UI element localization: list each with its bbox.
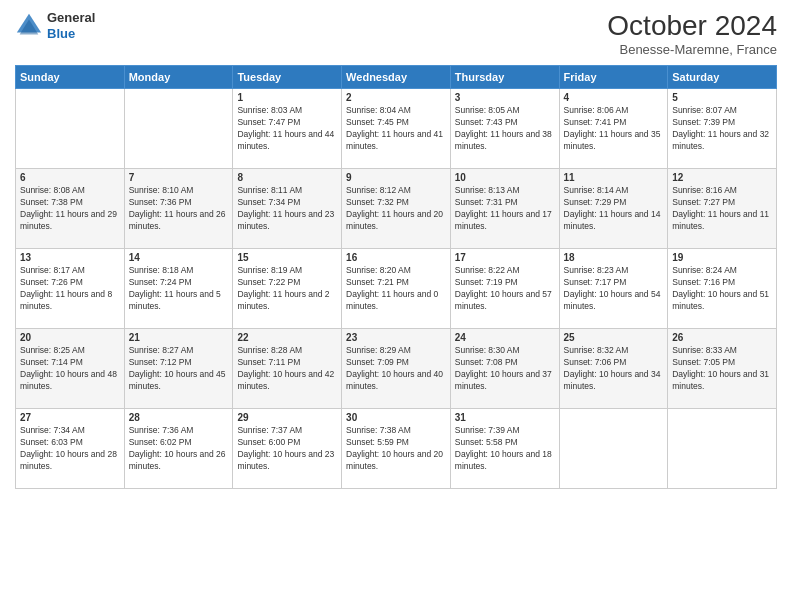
day-number: 3 [455, 92, 555, 103]
calendar-cell: 6Sunrise: 8:08 AMSunset: 7:38 PMDaylight… [16, 169, 125, 249]
day-number: 19 [672, 252, 772, 263]
day-info: Sunrise: 8:10 AMSunset: 7:36 PMDaylight:… [129, 185, 229, 233]
day-number: 10 [455, 172, 555, 183]
title-block: October 2024 Benesse-Maremne, France [607, 10, 777, 57]
calendar-cell: 17Sunrise: 8:22 AMSunset: 7:19 PMDayligh… [450, 249, 559, 329]
logo-text: General Blue [47, 10, 95, 41]
calendar-cell: 10Sunrise: 8:13 AMSunset: 7:31 PMDayligh… [450, 169, 559, 249]
day-info: Sunrise: 8:32 AMSunset: 7:06 PMDaylight:… [564, 345, 664, 393]
calendar-cell: 8Sunrise: 8:11 AMSunset: 7:34 PMDaylight… [233, 169, 342, 249]
calendar-cell: 15Sunrise: 8:19 AMSunset: 7:22 PMDayligh… [233, 249, 342, 329]
day-number: 28 [129, 412, 229, 423]
day-number: 22 [237, 332, 337, 343]
calendar-week-4: 20Sunrise: 8:25 AMSunset: 7:14 PMDayligh… [16, 329, 777, 409]
calendar-cell: 23Sunrise: 8:29 AMSunset: 7:09 PMDayligh… [342, 329, 451, 409]
day-info: Sunrise: 8:07 AMSunset: 7:39 PMDaylight:… [672, 105, 772, 153]
day-number: 17 [455, 252, 555, 263]
calendar-cell: 28Sunrise: 7:36 AMSunset: 6:02 PMDayligh… [124, 409, 233, 489]
day-number: 7 [129, 172, 229, 183]
day-info: Sunrise: 7:38 AMSunset: 5:59 PMDaylight:… [346, 425, 446, 473]
calendar-cell [124, 89, 233, 169]
calendar-page: General Blue October 2024 Benesse-Maremn… [0, 0, 792, 612]
logo: General Blue [15, 10, 95, 41]
day-number: 2 [346, 92, 446, 103]
calendar-cell: 30Sunrise: 7:38 AMSunset: 5:59 PMDayligh… [342, 409, 451, 489]
location-subtitle: Benesse-Maremne, France [607, 42, 777, 57]
day-info: Sunrise: 7:37 AMSunset: 6:00 PMDaylight:… [237, 425, 337, 473]
day-number: 1 [237, 92, 337, 103]
day-info: Sunrise: 8:22 AMSunset: 7:19 PMDaylight:… [455, 265, 555, 313]
day-number: 12 [672, 172, 772, 183]
col-friday: Friday [559, 66, 668, 89]
day-info: Sunrise: 8:24 AMSunset: 7:16 PMDaylight:… [672, 265, 772, 313]
logo-general: General [47, 10, 95, 26]
calendar-cell: 2Sunrise: 8:04 AMSunset: 7:45 PMDaylight… [342, 89, 451, 169]
calendar-cell: 25Sunrise: 8:32 AMSunset: 7:06 PMDayligh… [559, 329, 668, 409]
calendar-cell [16, 89, 125, 169]
day-info: Sunrise: 8:33 AMSunset: 7:05 PMDaylight:… [672, 345, 772, 393]
col-sunday: Sunday [16, 66, 125, 89]
calendar-cell: 21Sunrise: 8:27 AMSunset: 7:12 PMDayligh… [124, 329, 233, 409]
day-info: Sunrise: 8:28 AMSunset: 7:11 PMDaylight:… [237, 345, 337, 393]
day-info: Sunrise: 8:25 AMSunset: 7:14 PMDaylight:… [20, 345, 120, 393]
day-number: 18 [564, 252, 664, 263]
calendar-cell: 31Sunrise: 7:39 AMSunset: 5:58 PMDayligh… [450, 409, 559, 489]
header: General Blue October 2024 Benesse-Maremn… [15, 10, 777, 57]
calendar-cell: 7Sunrise: 8:10 AMSunset: 7:36 PMDaylight… [124, 169, 233, 249]
day-info: Sunrise: 8:11 AMSunset: 7:34 PMDaylight:… [237, 185, 337, 233]
day-info: Sunrise: 8:27 AMSunset: 7:12 PMDaylight:… [129, 345, 229, 393]
day-number: 30 [346, 412, 446, 423]
day-number: 5 [672, 92, 772, 103]
day-info: Sunrise: 8:19 AMSunset: 7:22 PMDaylight:… [237, 265, 337, 313]
calendar-cell: 13Sunrise: 8:17 AMSunset: 7:26 PMDayligh… [16, 249, 125, 329]
day-info: Sunrise: 8:17 AMSunset: 7:26 PMDaylight:… [20, 265, 120, 313]
calendar-cell: 20Sunrise: 8:25 AMSunset: 7:14 PMDayligh… [16, 329, 125, 409]
day-number: 31 [455, 412, 555, 423]
day-info: Sunrise: 7:39 AMSunset: 5:58 PMDaylight:… [455, 425, 555, 473]
logo-icon [15, 12, 43, 40]
calendar-cell [668, 409, 777, 489]
calendar-cell: 26Sunrise: 8:33 AMSunset: 7:05 PMDayligh… [668, 329, 777, 409]
day-info: Sunrise: 8:04 AMSunset: 7:45 PMDaylight:… [346, 105, 446, 153]
calendar-week-3: 13Sunrise: 8:17 AMSunset: 7:26 PMDayligh… [16, 249, 777, 329]
day-number: 21 [129, 332, 229, 343]
day-number: 27 [20, 412, 120, 423]
col-thursday: Thursday [450, 66, 559, 89]
calendar-cell: 9Sunrise: 8:12 AMSunset: 7:32 PMDaylight… [342, 169, 451, 249]
day-info: Sunrise: 8:06 AMSunset: 7:41 PMDaylight:… [564, 105, 664, 153]
calendar-table: Sunday Monday Tuesday Wednesday Thursday… [15, 65, 777, 489]
day-number: 6 [20, 172, 120, 183]
day-info: Sunrise: 8:05 AMSunset: 7:43 PMDaylight:… [455, 105, 555, 153]
header-row: Sunday Monday Tuesday Wednesday Thursday… [16, 66, 777, 89]
calendar-cell [559, 409, 668, 489]
calendar-cell: 5Sunrise: 8:07 AMSunset: 7:39 PMDaylight… [668, 89, 777, 169]
day-info: Sunrise: 7:36 AMSunset: 6:02 PMDaylight:… [129, 425, 229, 473]
day-number: 23 [346, 332, 446, 343]
day-info: Sunrise: 8:20 AMSunset: 7:21 PMDaylight:… [346, 265, 446, 313]
day-number: 20 [20, 332, 120, 343]
day-info: Sunrise: 8:23 AMSunset: 7:17 PMDaylight:… [564, 265, 664, 313]
day-number: 24 [455, 332, 555, 343]
calendar-cell: 12Sunrise: 8:16 AMSunset: 7:27 PMDayligh… [668, 169, 777, 249]
col-saturday: Saturday [668, 66, 777, 89]
month-title: October 2024 [607, 10, 777, 42]
day-info: Sunrise: 8:12 AMSunset: 7:32 PMDaylight:… [346, 185, 446, 233]
calendar-cell: 27Sunrise: 7:34 AMSunset: 6:03 PMDayligh… [16, 409, 125, 489]
logo-blue: Blue [47, 26, 95, 42]
calendar-cell: 24Sunrise: 8:30 AMSunset: 7:08 PMDayligh… [450, 329, 559, 409]
day-info: Sunrise: 8:03 AMSunset: 7:47 PMDaylight:… [237, 105, 337, 153]
calendar-cell: 18Sunrise: 8:23 AMSunset: 7:17 PMDayligh… [559, 249, 668, 329]
day-number: 25 [564, 332, 664, 343]
calendar-week-5: 27Sunrise: 7:34 AMSunset: 6:03 PMDayligh… [16, 409, 777, 489]
col-monday: Monday [124, 66, 233, 89]
calendar-cell: 11Sunrise: 8:14 AMSunset: 7:29 PMDayligh… [559, 169, 668, 249]
day-number: 4 [564, 92, 664, 103]
day-info: Sunrise: 7:34 AMSunset: 6:03 PMDaylight:… [20, 425, 120, 473]
col-tuesday: Tuesday [233, 66, 342, 89]
calendar-week-2: 6Sunrise: 8:08 AMSunset: 7:38 PMDaylight… [16, 169, 777, 249]
day-info: Sunrise: 8:29 AMSunset: 7:09 PMDaylight:… [346, 345, 446, 393]
calendar-cell: 19Sunrise: 8:24 AMSunset: 7:16 PMDayligh… [668, 249, 777, 329]
day-number: 13 [20, 252, 120, 263]
calendar-cell: 3Sunrise: 8:05 AMSunset: 7:43 PMDaylight… [450, 89, 559, 169]
calendar-cell: 29Sunrise: 7:37 AMSunset: 6:00 PMDayligh… [233, 409, 342, 489]
